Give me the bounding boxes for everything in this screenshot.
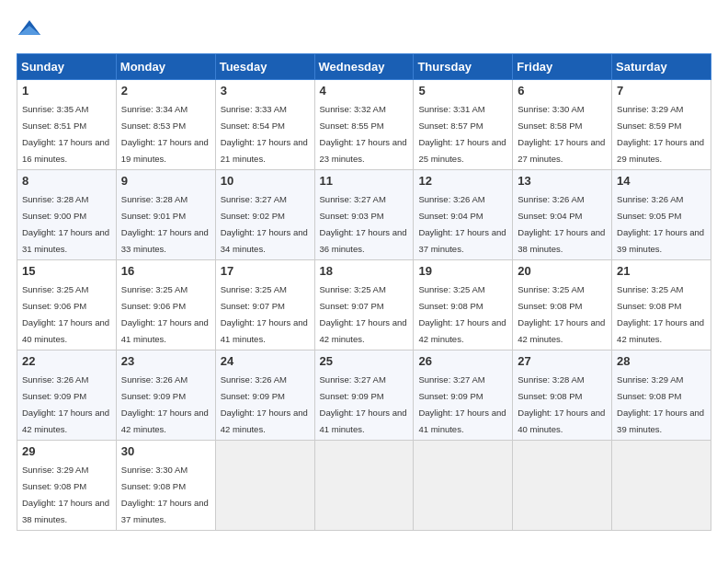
calendar-cell: 7Sunrise: 3:29 AMSunset: 8:59 PMDaylight… [612,80,711,170]
calendar-cell: 5Sunrise: 3:31 AMSunset: 8:57 PMDaylight… [414,80,513,170]
day-detail: Sunrise: 3:27 AMSunset: 9:09 PMDaylight:… [320,374,407,434]
calendar-cell: 14Sunrise: 3:26 AMSunset: 9:05 PMDayligh… [612,170,711,260]
day-number: 22 [22,354,111,368]
day-number: 4 [320,84,409,98]
calendar-cell: 2Sunrise: 3:34 AMSunset: 8:53 PMDaylight… [116,80,215,170]
day-number: 17 [221,264,310,278]
col-header-friday: Friday [513,54,612,80]
calendar-cell [314,441,414,531]
day-detail: Sunrise: 3:33 AMSunset: 8:54 PMDaylight:… [221,104,308,164]
day-detail: Sunrise: 3:28 AMSunset: 9:08 PMDaylight:… [518,374,605,434]
day-detail: Sunrise: 3:34 AMSunset: 8:53 PMDaylight:… [121,104,209,164]
calendar-cell: 18Sunrise: 3:25 AMSunset: 9:07 PMDayligh… [314,260,414,350]
day-number: 24 [221,354,310,368]
calendar-cell: 3Sunrise: 3:33 AMSunset: 8:54 PMDaylight… [215,80,314,170]
page: SundayMondayTuesdayWednesdayThursdayFrid… [0,0,728,540]
day-number: 21 [617,264,706,278]
logo [17,17,48,42]
calendar-cell: 22Sunrise: 3:26 AMSunset: 9:09 PMDayligh… [17,350,117,441]
day-detail: Sunrise: 3:30 AMSunset: 8:58 PMDaylight:… [518,104,605,164]
day-number: 6 [518,84,607,98]
calendar-cell: 28Sunrise: 3:29 AMSunset: 9:08 PMDayligh… [612,350,711,441]
calendar-cell: 9Sunrise: 3:28 AMSunset: 9:01 PMDaylight… [116,170,215,260]
calendar-cell [513,441,612,531]
col-header-saturday: Saturday [612,54,711,80]
day-detail: Sunrise: 3:28 AMSunset: 9:00 PMDaylight:… [22,194,109,254]
calendar-cell: 19Sunrise: 3:25 AMSunset: 9:08 PMDayligh… [414,260,513,350]
day-number: 11 [320,174,409,188]
day-number: 19 [418,264,507,278]
day-detail: Sunrise: 3:26 AMSunset: 9:09 PMDaylight:… [121,374,209,434]
day-detail: Sunrise: 3:29 AMSunset: 8:59 PMDaylight:… [617,104,704,164]
header [17,17,711,42]
calendar-cell: 16Sunrise: 3:25 AMSunset: 9:06 PMDayligh… [116,260,215,350]
day-number: 3 [221,84,310,98]
calendar-week-row: 15Sunrise: 3:25 AMSunset: 9:06 PMDayligh… [17,260,711,350]
day-number: 1 [22,84,111,98]
calendar-cell: 29Sunrise: 3:29 AMSunset: 9:08 PMDayligh… [17,441,117,531]
svg-marker-1 [18,26,40,35]
day-number: 18 [320,264,409,278]
day-detail: Sunrise: 3:26 AMSunset: 9:09 PMDaylight:… [221,374,308,434]
day-number: 14 [617,174,706,188]
calendar-cell [215,441,314,531]
day-number: 26 [418,354,507,368]
day-number: 13 [518,174,607,188]
day-number: 5 [418,84,507,98]
calendar-cell: 25Sunrise: 3:27 AMSunset: 9:09 PMDayligh… [314,350,414,441]
day-number: 2 [121,84,210,98]
day-detail: Sunrise: 3:25 AMSunset: 9:08 PMDaylight:… [617,284,704,344]
day-detail: Sunrise: 3:32 AMSunset: 8:55 PMDaylight:… [320,104,407,164]
calendar-cell: 11Sunrise: 3:27 AMSunset: 9:03 PMDayligh… [314,170,414,260]
day-detail: Sunrise: 3:26 AMSunset: 9:05 PMDaylight:… [617,194,704,254]
col-header-sunday: Sunday [17,54,117,80]
calendar-cell: 4Sunrise: 3:32 AMSunset: 8:55 PMDaylight… [314,80,414,170]
col-header-thursday: Thursday [414,54,513,80]
day-detail: Sunrise: 3:27 AMSunset: 9:02 PMDaylight:… [221,194,308,254]
calendar-cell: 23Sunrise: 3:26 AMSunset: 9:09 PMDayligh… [116,350,215,441]
calendar-cell: 27Sunrise: 3:28 AMSunset: 9:08 PMDayligh… [513,350,612,441]
calendar-cell: 26Sunrise: 3:27 AMSunset: 9:09 PMDayligh… [414,350,513,441]
day-detail: Sunrise: 3:26 AMSunset: 9:09 PMDaylight:… [22,374,109,434]
day-number: 10 [221,174,310,188]
day-detail: Sunrise: 3:25 AMSunset: 9:06 PMDaylight:… [22,284,109,344]
calendar-cell: 21Sunrise: 3:25 AMSunset: 9:08 PMDayligh… [612,260,711,350]
day-number: 15 [22,264,111,278]
day-detail: Sunrise: 3:27 AMSunset: 9:09 PMDaylight:… [418,374,506,434]
calendar-week-row: 8Sunrise: 3:28 AMSunset: 9:00 PMDaylight… [17,170,711,260]
day-detail: Sunrise: 3:26 AMSunset: 9:04 PMDaylight:… [418,194,506,254]
day-number: 9 [121,174,210,188]
calendar-week-row: 1Sunrise: 3:35 AMSunset: 8:51 PMDaylight… [17,80,711,170]
day-detail: Sunrise: 3:29 AMSunset: 9:08 PMDaylight:… [22,465,109,524]
calendar-cell: 20Sunrise: 3:25 AMSunset: 9:08 PMDayligh… [513,260,612,350]
calendar-cell: 12Sunrise: 3:26 AMSunset: 9:04 PMDayligh… [414,170,513,260]
calendar-header-row: SundayMondayTuesdayWednesdayThursdayFrid… [17,54,711,80]
day-detail: Sunrise: 3:27 AMSunset: 9:03 PMDaylight:… [320,194,407,254]
calendar-table: SundayMondayTuesdayWednesdayThursdayFrid… [17,53,711,531]
day-number: 25 [320,354,409,368]
day-number: 23 [121,354,210,368]
calendar-week-row: 22Sunrise: 3:26 AMSunset: 9:09 PMDayligh… [17,350,711,441]
calendar-cell: 15Sunrise: 3:25 AMSunset: 9:06 PMDayligh… [17,260,117,350]
day-number: 27 [518,354,607,368]
col-header-wednesday: Wednesday [314,54,414,80]
day-detail: Sunrise: 3:25 AMSunset: 9:08 PMDaylight:… [418,284,506,344]
day-detail: Sunrise: 3:25 AMSunset: 9:06 PMDaylight:… [121,284,209,344]
day-number: 30 [121,444,210,458]
day-detail: Sunrise: 3:25 AMSunset: 9:07 PMDaylight:… [320,284,407,344]
col-header-tuesday: Tuesday [215,54,314,80]
day-number: 7 [617,84,706,98]
day-number: 12 [418,174,507,188]
calendar-cell: 17Sunrise: 3:25 AMSunset: 9:07 PMDayligh… [215,260,314,350]
calendar-cell: 13Sunrise: 3:26 AMSunset: 9:04 PMDayligh… [513,170,612,260]
day-number: 28 [617,354,706,368]
calendar-cell: 1Sunrise: 3:35 AMSunset: 8:51 PMDaylight… [17,80,117,170]
day-detail: Sunrise: 3:25 AMSunset: 9:08 PMDaylight:… [518,284,605,344]
day-number: 8 [22,174,111,188]
calendar-cell: 8Sunrise: 3:28 AMSunset: 9:00 PMDaylight… [17,170,117,260]
day-detail: Sunrise: 3:29 AMSunset: 9:08 PMDaylight:… [617,374,704,434]
calendar-cell [414,441,513,531]
calendar-cell: 30Sunrise: 3:30 AMSunset: 9:08 PMDayligh… [116,441,215,531]
calendar-cell: 24Sunrise: 3:26 AMSunset: 9:09 PMDayligh… [215,350,314,441]
day-detail: Sunrise: 3:35 AMSunset: 8:51 PMDaylight:… [22,104,109,164]
